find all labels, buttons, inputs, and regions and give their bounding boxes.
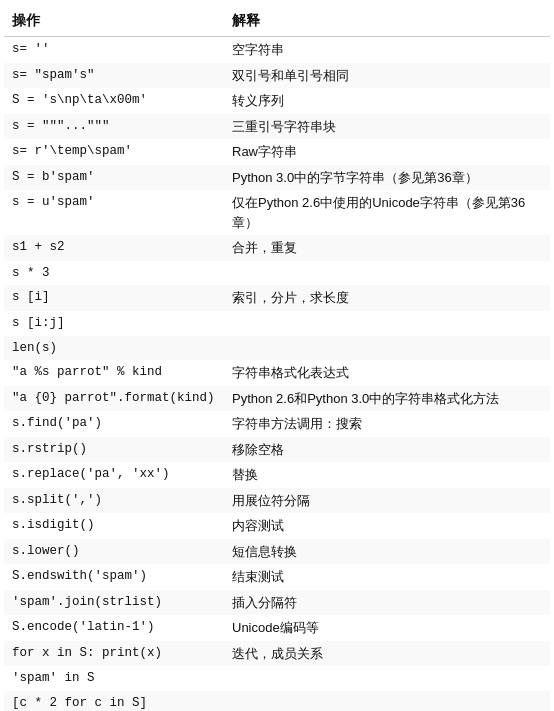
col-desc-header: 解释 bbox=[224, 8, 550, 37]
op-cell: S.endswith('spam') bbox=[4, 564, 224, 590]
table-row: 'spam'.join(strlist)插入分隔符 bbox=[4, 590, 550, 616]
desc-cell: 用展位符分隔 bbox=[224, 488, 550, 514]
desc-cell: 字符串方法调用：搜索 bbox=[224, 411, 550, 437]
op-cell: "a {0} parrot".format(kind) bbox=[4, 386, 224, 412]
desc-cell: 字符串格式化表达式 bbox=[224, 360, 550, 386]
col-op-header: 操作 bbox=[4, 8, 224, 37]
table-row: s= r'\temp\spam'Raw字符串 bbox=[4, 139, 550, 165]
table-row: s.lower()短信息转换 bbox=[4, 539, 550, 565]
op-cell: s [i] bbox=[4, 285, 224, 311]
op-cell: s = u'spam' bbox=[4, 190, 224, 235]
desc-cell: 内容测试 bbox=[224, 513, 550, 539]
op-cell: "a %s parrot" % kind bbox=[4, 360, 224, 386]
table-row: s.isdigit()内容测试 bbox=[4, 513, 550, 539]
desc-cell: 仅在Python 2.6中使用的Unicode字符串（参见第36章） bbox=[224, 190, 550, 235]
main-container: 操作 解释 s= ''空字符串s= "spam's"双引号和单引号相同S = '… bbox=[0, 0, 554, 711]
desc-cell: 迭代，成员关系 bbox=[224, 641, 550, 667]
desc-cell: 双引号和单引号相同 bbox=[224, 63, 550, 89]
table-row: s * 3 bbox=[4, 261, 550, 286]
table-row: s = u'spam'仅在Python 2.6中使用的Unicode字符串（参见… bbox=[4, 190, 550, 235]
desc-cell: Unicode编码等 bbox=[224, 615, 550, 641]
desc-cell: 合并，重复 bbox=[224, 235, 550, 261]
desc-cell: 插入分隔符 bbox=[224, 590, 550, 616]
table-row: s [i]索引，分片，求长度 bbox=[4, 285, 550, 311]
table-row: s1 + s2合并，重复 bbox=[4, 235, 550, 261]
op-cell: s.lower() bbox=[4, 539, 224, 565]
desc-cell: 替换 bbox=[224, 462, 550, 488]
table-row: s [i:j] bbox=[4, 311, 550, 336]
op-cell: s= r'\temp\spam' bbox=[4, 139, 224, 165]
op-cell: s [i:j] bbox=[4, 311, 224, 336]
op-cell: s1 + s2 bbox=[4, 235, 224, 261]
table-row: len(s) bbox=[4, 336, 550, 361]
desc-cell bbox=[224, 336, 550, 361]
table-row: s.replace('pa', 'xx')替换 bbox=[4, 462, 550, 488]
op-cell: s.find('pa') bbox=[4, 411, 224, 437]
desc-cell bbox=[224, 666, 550, 691]
op-cell: s.rstrip() bbox=[4, 437, 224, 463]
op-cell: for x in S: print(x) bbox=[4, 641, 224, 667]
op-cell: 'spam'.join(strlist) bbox=[4, 590, 224, 616]
reference-table: 操作 解释 s= ''空字符串s= "spam's"双引号和单引号相同S = '… bbox=[4, 8, 550, 711]
desc-cell: Python 2.6和Python 3.0中的字符串格式化方法 bbox=[224, 386, 550, 412]
desc-cell: Python 3.0中的字节字符串（参见第36章） bbox=[224, 165, 550, 191]
op-cell: 'spam' in S bbox=[4, 666, 224, 691]
op-cell: s.split(',') bbox=[4, 488, 224, 514]
desc-cell: Raw字符串 bbox=[224, 139, 550, 165]
op-cell: S = 's\np\ta\x00m' bbox=[4, 88, 224, 114]
table-row: s.find('pa')字符串方法调用：搜索 bbox=[4, 411, 550, 437]
op-cell: S = b'spam' bbox=[4, 165, 224, 191]
op-cell: s.isdigit() bbox=[4, 513, 224, 539]
table-row: s = """..."""三重引号字符串块 bbox=[4, 114, 550, 140]
table-row: "a {0} parrot".format(kind)Python 2.6和Py… bbox=[4, 386, 550, 412]
table-row: s.split(',')用展位符分隔 bbox=[4, 488, 550, 514]
op-cell: s * 3 bbox=[4, 261, 224, 286]
desc-cell bbox=[224, 691, 550, 711]
op-cell: s= '' bbox=[4, 37, 224, 63]
table-row: s= "spam's"双引号和单引号相同 bbox=[4, 63, 550, 89]
table-row: s= ''空字符串 bbox=[4, 37, 550, 63]
table-row: S.encode('latin-1')Unicode编码等 bbox=[4, 615, 550, 641]
op-cell: S.encode('latin-1') bbox=[4, 615, 224, 641]
op-cell: [c * 2 for c in S] bbox=[4, 691, 224, 711]
desc-cell bbox=[224, 261, 550, 286]
table-row: S = b'spam'Python 3.0中的字节字符串（参见第36章） bbox=[4, 165, 550, 191]
desc-cell: 移除空格 bbox=[224, 437, 550, 463]
desc-cell: 空字符串 bbox=[224, 37, 550, 63]
desc-cell: 转义序列 bbox=[224, 88, 550, 114]
op-cell: s= "spam's" bbox=[4, 63, 224, 89]
desc-cell bbox=[224, 311, 550, 336]
desc-cell: 结束测试 bbox=[224, 564, 550, 590]
op-cell: s = """...""" bbox=[4, 114, 224, 140]
desc-cell: 三重引号字符串块 bbox=[224, 114, 550, 140]
table-row: S.endswith('spam')结束测试 bbox=[4, 564, 550, 590]
table-row: s.rstrip()移除空格 bbox=[4, 437, 550, 463]
op-cell: len(s) bbox=[4, 336, 224, 361]
op-cell: s.replace('pa', 'xx') bbox=[4, 462, 224, 488]
table-row: for x in S: print(x)迭代，成员关系 bbox=[4, 641, 550, 667]
desc-cell: 索引，分片，求长度 bbox=[224, 285, 550, 311]
table-row: S = 's\np\ta\x00m'转义序列 bbox=[4, 88, 550, 114]
table-row: [c * 2 for c in S] bbox=[4, 691, 550, 711]
table-row: 'spam' in S bbox=[4, 666, 550, 691]
desc-cell: 短信息转换 bbox=[224, 539, 550, 565]
table-row: "a %s parrot" % kind字符串格式化表达式 bbox=[4, 360, 550, 386]
